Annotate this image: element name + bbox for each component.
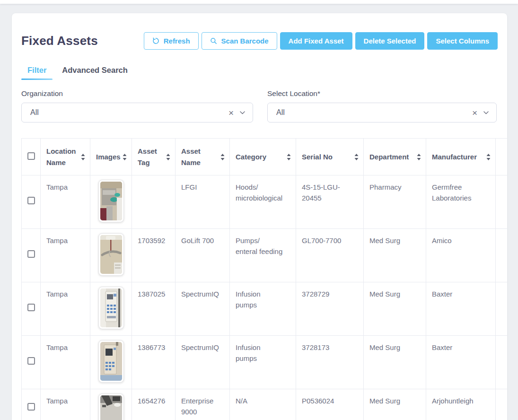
cell-clipped — [496, 282, 508, 336]
cell-serial-no: 3728729 — [296, 282, 364, 336]
cell-asset-tag: 1654276 — [132, 389, 176, 420]
cell-department: Med Surg — [364, 229, 426, 282]
cell-manufacturer: Amico — [426, 229, 496, 282]
cell-location-name: Tampa — [41, 282, 90, 336]
refresh-button[interactable]: Refresh — [144, 32, 199, 50]
delete-selected-button[interactable]: Delete Selected — [355, 32, 425, 50]
cell-clipped — [496, 336, 508, 389]
cell-location-name: Tampa — [41, 389, 90, 420]
toolbar: Refresh Scan Barcode Add Fixed Asset Del… — [144, 32, 498, 50]
row-checkbox[interactable] — [27, 197, 35, 204]
select-all-header — [22, 139, 41, 175]
asset-photo-thumbnail[interactable] — [98, 287, 124, 329]
col-header-asset-tag[interactable]: Asset Tag — [132, 139, 176, 175]
cell-manufacturer: Baxter — [426, 336, 496, 389]
cell-clipped — [496, 175, 508, 229]
cell-asset-name: SpectrumIQ — [176, 282, 230, 336]
filter-section: Organization All × Select Location* All … — [12, 80, 507, 122]
sort-asc-desc-icon[interactable] — [417, 154, 421, 160]
cell-location-name: Tampa — [41, 336, 90, 389]
location-label: Select Location* — [267, 89, 497, 98]
table-row: Tampa 1386773 SpectrumIQ Infusion pumps … — [22, 336, 508, 389]
cell-location-name: Tampa — [41, 175, 90, 229]
cell-asset-name: GoLift 700 — [176, 229, 230, 282]
asset-photo-thumbnail[interactable] — [98, 340, 124, 383]
refresh-icon — [152, 37, 159, 44]
add-fixed-asset-button[interactable]: Add Fixed Asset — [280, 32, 352, 50]
assets-table: Location Name Images Asset Tag Asset Nam… — [21, 138, 507, 420]
tab-advanced-search[interactable]: Advanced Search — [62, 66, 127, 80]
cell-location-name: Tampa — [41, 229, 90, 282]
cell-serial-no: GL700-7700 — [296, 229, 364, 282]
col-header-department[interactable]: Department — [364, 139, 426, 175]
row-checkbox[interactable] — [27, 304, 35, 311]
table-row: Tampa 1387025 SpectrumIQ Infusion pumps … — [22, 282, 508, 336]
cell-asset-name: Enterprise 9000 — [176, 389, 230, 420]
cell-serial-no: 3728173 — [296, 336, 364, 389]
table-header-row: Location Name Images Asset Tag Asset Nam… — [22, 139, 508, 175]
cell-department: Med Surg — [364, 336, 426, 389]
select-columns-button[interactable]: Select Columns — [427, 32, 498, 50]
cell-asset-tag: 1387025 — [132, 282, 176, 336]
sort-asc-desc-icon[interactable] — [287, 154, 291, 160]
cell-serial-no: P0536024 — [296, 389, 364, 420]
cell-asset-name: SpectrumIQ — [176, 336, 230, 389]
organization-value: All — [30, 108, 227, 117]
cell-clipped — [496, 389, 508, 420]
table-row: Tampa 1654276 Enterprise 9000 N/A P05360… — [22, 389, 508, 420]
tab-filter[interactable]: Filter — [27, 66, 46, 80]
clear-icon[interactable]: × — [227, 108, 236, 117]
cell-manufacturer: Arjohuntleigh — [426, 389, 496, 420]
sort-asc-desc-icon[interactable] — [354, 154, 359, 160]
organization-filter: Organization All × — [21, 89, 253, 122]
col-header-serial-no[interactable]: Serial No — [296, 139, 364, 175]
location-filter: Select Location* All × — [267, 89, 497, 122]
cell-asset-tag: 1386773 — [132, 336, 176, 389]
row-checkbox[interactable] — [27, 250, 35, 258]
asset-photo-thumbnail[interactable] — [98, 394, 124, 420]
cell-category: Pumps/ enteral feeding — [230, 229, 296, 282]
page-title: Fixed Assets — [21, 34, 98, 48]
cell-asset-tag: 1703592 — [132, 229, 176, 282]
cell-department: Med Surg — [364, 282, 426, 336]
cell-manufacturer: Germfree Laboratories — [426, 175, 496, 229]
cell-asset-tag — [132, 175, 176, 229]
cell-department: Med Surg — [364, 389, 426, 420]
search-icon — [210, 37, 217, 44]
organization-label: Organization — [21, 89, 253, 98]
col-header-clipped — [496, 139, 508, 175]
table-row: Tampa 1703592 GoLift 700 Pumps/ enteral … — [22, 229, 508, 282]
content-card: Fixed Assets Refresh Scan Barcode Add Fi… — [12, 13, 507, 420]
col-header-category[interactable]: Category — [230, 139, 296, 175]
asset-photo-thumbnail[interactable] — [98, 180, 124, 222]
cell-category: Infusion pumps — [230, 282, 296, 336]
card-header: Fixed Assets Refresh Scan Barcode Add Fi… — [12, 13, 507, 50]
col-header-images[interactable]: Images — [90, 139, 132, 175]
cell-clipped — [496, 229, 508, 282]
row-checkbox[interactable] — [27, 403, 35, 411]
cell-asset-name: LFGI — [176, 175, 230, 229]
scan-barcode-button[interactable]: Scan Barcode — [202, 32, 277, 50]
col-header-asset-name[interactable]: Asset Name — [176, 139, 230, 175]
assets-table-container: Location Name Images Asset Tag Asset Nam… — [21, 138, 507, 420]
sort-asc-desc-icon[interactable] — [81, 154, 85, 160]
top-navbar-edge — [0, 0, 518, 4]
select-all-checkbox[interactable] — [27, 152, 35, 160]
sort-asc-desc-icon[interactable] — [486, 154, 491, 160]
col-header-manufacturer[interactable]: Manufacturer — [426, 139, 496, 175]
asset-photo-thumbnail[interactable] — [98, 233, 124, 276]
chevron-down-icon[interactable] — [240, 111, 245, 114]
cell-category: N/A — [230, 389, 296, 420]
sort-asc-desc-icon[interactable] — [123, 154, 127, 160]
fixed-assets-page: Fixed Assets Refresh Scan Barcode Add Fi… — [0, 4, 518, 420]
organization-select[interactable]: All × — [21, 103, 253, 122]
tab-bar: Filter Advanced Search — [12, 50, 507, 80]
chevron-down-icon[interactable] — [483, 111, 489, 114]
clear-icon[interactable]: × — [470, 108, 479, 117]
table-row: Tampa LFGI Hoods/ microbiological 4S-15-… — [22, 175, 508, 229]
sort-asc-desc-icon[interactable] — [166, 154, 170, 160]
col-header-location-name[interactable]: Location Name — [41, 139, 90, 175]
location-select[interactable]: All × — [267, 103, 497, 122]
sort-asc-desc-icon[interactable] — [220, 154, 225, 160]
row-checkbox[interactable] — [27, 357, 35, 365]
